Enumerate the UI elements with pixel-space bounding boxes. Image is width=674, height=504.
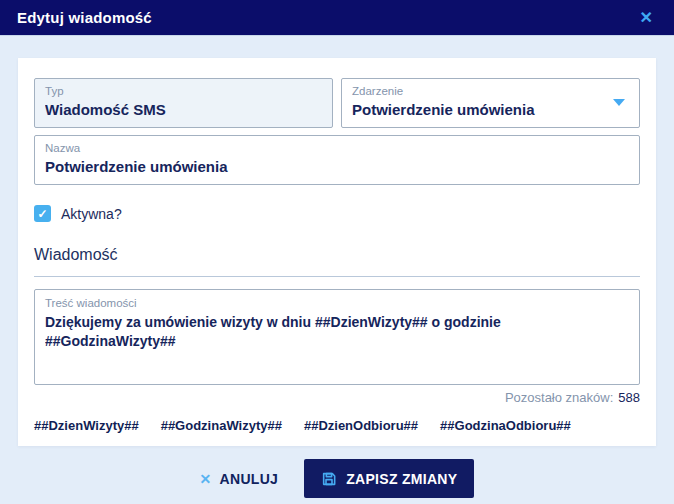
chevron-down-icon[interactable] <box>613 99 625 106</box>
tag-dzien-wizyty[interactable]: ##DzienWizyty## <box>34 418 139 433</box>
tag-dzien-odbioru[interactable]: ##DzienOdbioru## <box>304 418 418 433</box>
cancel-x-icon: ✕ <box>200 471 212 487</box>
chars-remaining-label: Pozostało znaków: <box>505 390 613 405</box>
name-field-input[interactable] <box>45 157 629 177</box>
save-button[interactable]: ZAPISZ ZMIANY <box>304 459 474 498</box>
checkmark-icon: ✓ <box>37 208 47 220</box>
tag-godzina-wizyty[interactable]: ##GodzinaWizyty## <box>161 418 282 433</box>
type-field: Typ <box>34 78 333 128</box>
event-select-value: Potwierdzenie umówienia <box>352 100 629 120</box>
active-checkbox[interactable]: ✓ <box>34 205 51 222</box>
message-content-textarea[interactable]: Dziękujemy za umówienie wizyty w dniu ##… <box>45 313 629 379</box>
cancel-button-label: ANULUJ <box>220 471 279 487</box>
name-field-label: Nazwa <box>45 141 629 156</box>
save-floppy-icon <box>321 471 337 487</box>
message-section-heading: Wiadomość <box>34 246 640 264</box>
tag-godzina-odbioru[interactable]: ##GodzinaOdbioru## <box>440 418 571 433</box>
dialog-header: Edytuj wiadomość ✕ <box>0 0 674 36</box>
close-icon[interactable]: ✕ <box>636 8 657 28</box>
chars-remaining-value: 588 <box>618 390 640 405</box>
cancel-button[interactable]: ✕ ANULUJ <box>200 471 279 487</box>
message-content-field[interactable]: Treść wiadomości Dziękujemy za umówienie… <box>34 289 640 385</box>
event-select-label: Zdarzenie <box>352 84 629 99</box>
message-content-label: Treść wiadomości <box>45 296 629 311</box>
placeholder-tags-row: ##DzienWizyty## ##GodzinaWizyty## ##Dzie… <box>34 418 640 433</box>
type-field-input <box>45 100 322 120</box>
section-divider <box>34 276 640 277</box>
event-select[interactable]: Zdarzenie Potwierdzenie umówienia <box>341 78 640 128</box>
type-event-row: Typ Zdarzenie Potwierdzenie umówienia <box>34 78 640 128</box>
save-button-label: ZAPISZ ZMIANY <box>346 471 457 487</box>
active-checkbox-row[interactable]: ✓ Aktywna? <box>34 205 640 222</box>
type-field-label: Typ <box>45 84 322 99</box>
dialog-body: Typ Zdarzenie Potwierdzenie umówienia Na… <box>18 58 656 446</box>
name-field[interactable]: Nazwa <box>34 135 640 185</box>
active-checkbox-label: Aktywna? <box>61 206 122 222</box>
dialog-footer: ✕ ANULUJ ZAPISZ ZMIANY <box>0 459 674 498</box>
dialog-title: Edytuj wiadomość <box>17 9 152 26</box>
chars-remaining: Pozostało znaków:588 <box>34 390 640 405</box>
